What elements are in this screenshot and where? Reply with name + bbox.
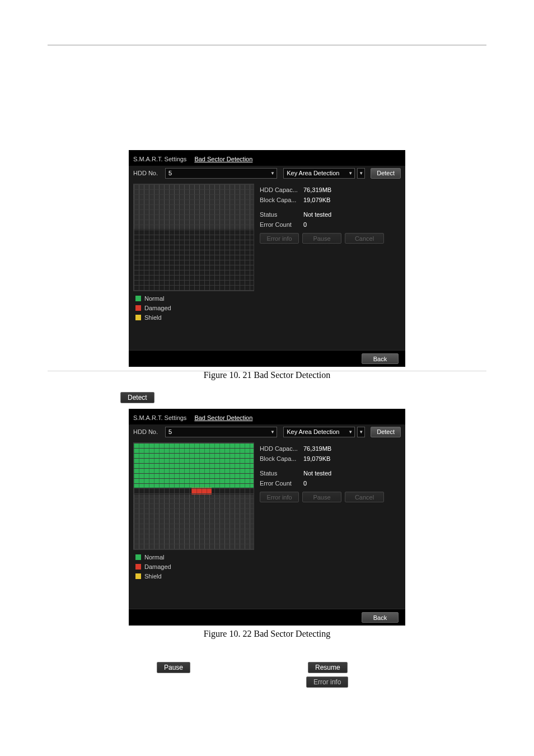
hdd-capacity-value: 76,319MB (303, 445, 331, 452)
cancel-button[interactable]: Cancel (345, 492, 384, 502)
status-label: Status (260, 211, 303, 218)
chevron-down-icon: ▼ (359, 171, 363, 176)
tab-bar: S.M.A.R.T. Settings Bad Sector Detection (129, 150, 405, 166)
block-capacity-value: 19,079KB (303, 197, 330, 203)
detect-button[interactable]: Detect (371, 168, 401, 179)
chevron-down-icon: ▼ (348, 171, 353, 176)
figure-caption-2: Figure 10. 22 Bad Sector Detecting (129, 629, 405, 639)
sector-grid (133, 442, 254, 550)
block-capacity-label: Block Capa... (260, 197, 303, 203)
detect-button[interactable]: Detect (371, 427, 401, 437)
hdd-select[interactable]: 5 ▼ (165, 168, 277, 179)
detection-type-value: Key Area Detection (287, 170, 339, 176)
legend-normal: Normal (144, 295, 164, 302)
tab-smart[interactable]: S.M.A.R.T. Settings (132, 153, 189, 165)
panel-content: HDD Capac...76,319MB Block Capa...19,079… (129, 439, 405, 550)
hdd-capacity-label: HDD Capac... (260, 186, 303, 193)
back-button[interactable]: Back (362, 612, 399, 623)
legend-shield: Shield (144, 573, 162, 580)
figure-caption-1: Figure 10. 21 Bad Sector Detection (129, 370, 405, 380)
bad-sector-panel-2: S.M.A.R.T. Settings Bad Sector Detection… (129, 409, 405, 626)
status-label: Status (260, 470, 303, 477)
error-info-button[interactable]: Error info (260, 233, 299, 244)
figure-10-22: S.M.A.R.T. Settings Bad Sector Detection… (129, 409, 405, 639)
small-extra-select[interactable]: ▼ (357, 427, 365, 437)
legend: Normal Damaged Shield (129, 291, 405, 322)
hdd-capacity-value: 76,319MB (303, 186, 331, 193)
hdd-select-value: 5 (168, 170, 172, 176)
detection-type-select[interactable]: Key Area Detection ▼ (283, 168, 355, 179)
hdd-no-label: HDD No. (133, 170, 164, 176)
top-rule (48, 45, 486, 45)
legend-damaged: Damaged (144, 563, 171, 570)
legend: Normal Damaged Shield (129, 550, 405, 581)
cancel-button[interactable]: Cancel (345, 233, 384, 244)
tab-bad-sector[interactable]: Bad Sector Detection (193, 153, 255, 165)
separator-rule (48, 371, 486, 371)
legend-square-yellow (135, 573, 141, 579)
legend-square-red (135, 564, 141, 570)
block-capacity-label: Block Capa... (260, 455, 303, 462)
control-row: HDD No. 5 ▼ Key Area Detection ▼ ▼ Detec… (129, 166, 405, 180)
error-count-value: 0 (303, 221, 307, 228)
legend-damaged: Damaged (144, 305, 171, 311)
legend-normal: Normal (144, 554, 164, 561)
legend-square-yellow (135, 315, 141, 320)
legend-shield: Shield (144, 314, 162, 321)
panel-footer: Back (129, 609, 405, 626)
block-capacity-value: 19,079KB (303, 455, 330, 462)
info-pane: HDD Capac...76,319MB Block Capa...19,079… (254, 184, 401, 291)
chevron-down-icon: ▼ (348, 430, 353, 435)
resume-button-inline[interactable]: Resume (308, 662, 348, 673)
hdd-capacity-label: HDD Capac... (260, 445, 303, 452)
panel-footer: Back (129, 350, 405, 367)
chevron-down-icon: ▼ (270, 430, 275, 435)
panel-content: HDD Capac...76,319MB Block Capa...19,079… (129, 180, 405, 291)
back-button[interactable]: Back (362, 353, 399, 364)
bad-sector-panel-1: S.M.A.R.T. Settings Bad Sector Detection… (129, 150, 405, 367)
legend-square-green (135, 554, 141, 560)
detect-button-inline[interactable]: Detect (120, 392, 154, 403)
detection-type-value: Key Area Detection (287, 428, 339, 435)
error-count-label: Error Count (260, 221, 303, 228)
pause-button[interactable]: Pause (302, 492, 341, 502)
chevron-down-icon: ▼ (359, 430, 363, 435)
info-pane: HDD Capac...76,319MB Block Capa...19,079… (254, 442, 401, 550)
error-count-label: Error Count (260, 480, 303, 487)
status-value: Not tested (303, 470, 331, 477)
figure-10-21: S.M.A.R.T. Settings Bad Sector Detection… (129, 150, 405, 380)
inline-detect-button-wrap: Detect (120, 392, 154, 403)
detection-type-select[interactable]: Key Area Detection ▼ (283, 427, 355, 437)
hdd-no-label: HDD No. (133, 428, 164, 435)
status-value: Not tested (303, 211, 331, 218)
chevron-down-icon: ▼ (270, 171, 275, 176)
tab-bar: S.M.A.R.T. Settings Bad Sector Detection (129, 409, 405, 424)
error-info-button-inline[interactable]: Error info (306, 676, 348, 688)
hdd-select-value: 5 (168, 428, 172, 435)
control-row: HDD No. 5 ▼ Key Area Detection ▼ ▼ Detec… (129, 424, 405, 439)
pause-button-inline[interactable]: Pause (157, 662, 190, 673)
tab-smart[interactable]: S.M.A.R.T. Settings (132, 412, 189, 423)
legend-square-red (135, 305, 141, 311)
hdd-select[interactable]: 5 ▼ (165, 427, 277, 437)
error-count-value: 0 (303, 480, 307, 487)
sector-grid (133, 184, 254, 291)
error-info-button[interactable]: Error info (260, 492, 299, 502)
tab-bad-sector[interactable]: Bad Sector Detection (193, 412, 255, 423)
small-extra-select[interactable]: ▼ (357, 168, 365, 179)
legend-square-green (135, 296, 141, 301)
pause-button[interactable]: Pause (302, 233, 341, 244)
